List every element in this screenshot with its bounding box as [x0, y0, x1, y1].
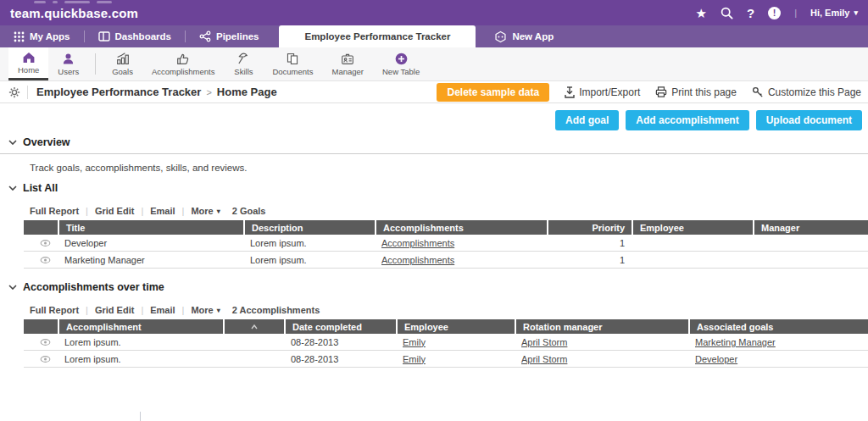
sort-ascending-indicator[interactable]: [223, 319, 284, 334]
col-employee[interactable]: Employee: [632, 220, 753, 235]
breadcrumb-separator: >: [206, 87, 211, 97]
pipelines-icon: [199, 30, 211, 42]
col-associated-goals[interactable]: Associated goals: [688, 319, 868, 334]
accomplishments-link[interactable]: Accomplishments: [381, 255, 454, 265]
user-icon: [62, 53, 75, 65]
grid-icon: [14, 31, 25, 42]
chevron-down-icon: ▾: [854, 8, 858, 17]
table-nav-accomplishments[interactable]: Accomplishments: [142, 47, 224, 80]
notifications-icon[interactable]: !: [768, 7, 781, 19]
hammer-icon: [236, 53, 250, 65]
user-menu[interactable]: Hi, Emily ▾: [810, 8, 858, 18]
table-nav-documents[interactable]: Documents: [263, 47, 322, 80]
associated-goal-link[interactable]: Developer: [695, 354, 737, 364]
goals-table: Title Description Accomplishments Priori…: [24, 220, 868, 269]
accomplishments-link[interactable]: Accomplishments: [381, 238, 454, 248]
new-app-icon: [494, 30, 507, 43]
table-nav-manager[interactable]: Manager: [323, 47, 374, 80]
full-report-link[interactable]: Full Report: [30, 206, 79, 216]
app-table-bar: Home Users Goals Accomplishments Skills …: [0, 47, 868, 81]
table-nav-users-label: Users: [58, 67, 79, 76]
breadcrumb: Employee Performance Tracker > Home Page: [36, 86, 277, 98]
col-title[interactable]: Title: [58, 220, 243, 235]
section-accomplishments-title: Accomplishments over time: [23, 281, 164, 293]
col-priority[interactable]: Priority: [547, 220, 632, 235]
thumbs-up-icon: [176, 53, 190, 65]
chevron-down-icon: [8, 186, 17, 191]
chevron-down-icon: [8, 285, 17, 290]
cell-description: Lorem ipsum.: [243, 255, 375, 265]
grid-edit-link[interactable]: Grid Edit: [95, 206, 134, 216]
table-row[interactable]: Lorem ipsum. 08-28-2013 Emily April Stor…: [24, 334, 868, 351]
more-menu[interactable]: More ▾: [191, 206, 220, 216]
new-table-button[interactable]: New Table: [373, 47, 429, 80]
view-record-cell[interactable]: [24, 356, 58, 363]
col-accomplishment[interactable]: Accomplishment: [58, 319, 223, 334]
section-overview-header[interactable]: Overview: [0, 130, 868, 152]
more-menu[interactable]: More ▾: [191, 305, 220, 315]
table-nav-documents-label: Documents: [272, 67, 313, 76]
favorites-star-icon[interactable]: ★: [696, 7, 707, 19]
overview-description: Track goals, accomplishments, skills, an…: [0, 154, 868, 176]
table-nav-skills[interactable]: Skills: [224, 47, 263, 80]
rotation-manager-link[interactable]: April Storm: [521, 337, 567, 347]
top-right-controls: ★ ? ! | Hi, Emily ▾: [696, 7, 858, 19]
accomplishments-report-toolbar: Full Report | Grid Edit | Email | More ▾…: [0, 296, 868, 319]
view-record-cell[interactable]: [24, 339, 58, 346]
realm-brand: team.quickbase.com: [10, 6, 138, 20]
breadcrumb-app[interactable]: Employee Performance Tracker: [36, 86, 201, 98]
view-record-cell[interactable]: [24, 257, 58, 263]
nav-new-app-label: New App: [512, 31, 554, 42]
print-page-link[interactable]: Print this page: [655, 86, 737, 98]
col-description[interactable]: Description: [243, 220, 375, 235]
toolbar-separator: |: [86, 305, 88, 315]
table-row[interactable]: Developer Lorem ipsum. Accomplishments 1: [24, 235, 868, 252]
employee-link[interactable]: Emily: [403, 337, 426, 347]
table-row[interactable]: Marketing Manager Lorem ipsum. Accomplis…: [24, 252, 868, 269]
col-rotation-manager[interactable]: Rotation manager: [515, 319, 688, 334]
breadcrumb-page: Home Page: [217, 86, 277, 98]
tab-employee-performance-tracker[interactable]: Employee Performance Tracker: [279, 25, 476, 47]
full-report-link[interactable]: Full Report: [30, 305, 79, 315]
email-link[interactable]: Email: [150, 305, 175, 315]
table-row[interactable]: Lorem ipsum. 08-28-2013 Emily April Stor…: [24, 351, 868, 368]
upload-document-button[interactable]: Upload document: [756, 110, 862, 130]
section-list-all-header[interactable]: List All: [0, 176, 868, 197]
email-link[interactable]: Email: [150, 206, 175, 216]
customize-page-link[interactable]: Customize this Page: [752, 86, 861, 98]
section-accomplishments-header[interactable]: Accomplishments over time: [0, 275, 868, 296]
table-nav-users[interactable]: Users: [48, 47, 88, 80]
rotation-manager-link[interactable]: April Storm: [521, 354, 567, 364]
import-export-link[interactable]: Import/Export: [565, 86, 640, 98]
nav-dashboards[interactable]: Dashboards: [85, 25, 185, 47]
nav-my-apps[interactable]: My Apps: [0, 25, 84, 47]
page-settings-gear-icon[interactable]: [8, 86, 20, 98]
table-nav-manager-label: Manager: [332, 67, 364, 76]
associated-goal-link[interactable]: Marketing Manager: [695, 337, 776, 347]
add-goal-button[interactable]: Add goal: [555, 110, 619, 130]
nav-pipelines[interactable]: Pipelines: [186, 25, 273, 47]
header-divider: [27, 86, 28, 99]
nav-new-app[interactable]: New App: [481, 25, 567, 47]
view-column-header: [24, 319, 58, 334]
goals-report-toolbar: Full Report | Grid Edit | Email | More ▾…: [0, 197, 868, 220]
employee-link[interactable]: Emily: [403, 354, 426, 364]
table-nav-goals-label: Goals: [112, 67, 133, 76]
col-manager[interactable]: Manager: [753, 220, 868, 235]
search-icon[interactable]: [721, 7, 733, 19]
table-nav-accomplishments-label: Accomplishments: [152, 67, 214, 76]
help-icon[interactable]: ?: [747, 7, 754, 19]
col-accomplishments[interactable]: Accomplishments: [375, 220, 547, 235]
table-nav-home[interactable]: Home: [8, 47, 48, 80]
col-date-completed[interactable]: Date completed: [284, 319, 396, 334]
delete-sample-data-button[interactable]: Delete sample data: [437, 83, 549, 102]
view-record-cell[interactable]: [24, 240, 58, 247]
col-employee[interactable]: Employee: [396, 319, 515, 334]
grid-edit-link[interactable]: Grid Edit: [95, 305, 134, 315]
user-greeting: Hi, Emily: [810, 8, 849, 18]
eye-icon: [40, 339, 51, 346]
toolbar-separator: |: [182, 305, 185, 315]
cell-priority: 1: [547, 238, 632, 248]
add-accomplishment-button[interactable]: Add accomplishment: [626, 110, 748, 130]
table-nav-goals[interactable]: Goals: [103, 47, 142, 80]
